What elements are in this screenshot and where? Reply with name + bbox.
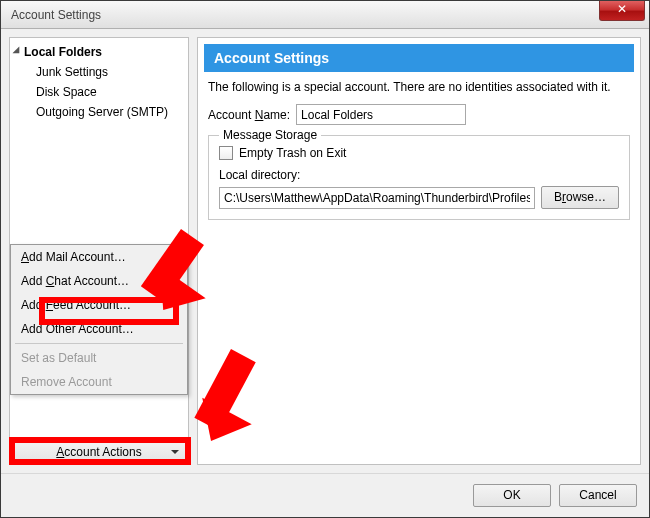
menu-set-default: Set as Default <box>11 346 187 370</box>
local-directory-row: Browse… <box>219 186 619 209</box>
account-settings-window: Account Settings ✕ Local Folders Junk Se… <box>0 0 650 518</box>
tree-root-local-folders[interactable]: Local Folders <box>10 42 188 62</box>
chevron-down-icon <box>171 450 179 454</box>
menu-add-feed-account[interactable]: Add Feed Account… <box>11 293 187 317</box>
menu-remove-account: Remove Account <box>11 370 187 394</box>
tree-item-disk-space[interactable]: Disk Space <box>10 82 188 102</box>
account-actions-wrap: Account Actions <box>10 440 188 464</box>
description-text: The following is a special account. Ther… <box>208 80 630 94</box>
tree-item-junk[interactable]: Junk Settings <box>10 62 188 82</box>
main-header: Account Settings <box>204 44 634 72</box>
fieldset-legend: Message Storage <box>219 128 321 142</box>
close-button[interactable]: ✕ <box>599 1 645 21</box>
local-directory-label: Local directory: <box>219 168 619 182</box>
account-name-label: Account Name: <box>208 108 290 122</box>
empty-trash-checkbox[interactable] <box>219 146 233 160</box>
menu-add-mail-account[interactable]: Add Mail Account… <box>11 245 187 269</box>
tree-root-label: Local Folders <box>24 45 102 59</box>
message-storage-fieldset: Message Storage Empty Trash on Exit Loca… <box>208 135 630 220</box>
ok-button[interactable]: OK <box>473 484 551 507</box>
main-body: The following is a special account. Ther… <box>198 80 640 228</box>
local-directory-input[interactable] <box>219 187 535 209</box>
menu-add-chat-account[interactable]: Add Chat Account… <box>11 269 187 293</box>
tree-item-label: Outgoing Server (SMTP) <box>36 105 168 119</box>
main-panel: Account Settings The following is a spec… <box>197 37 641 465</box>
titlebar: Account Settings ✕ <box>1 1 649 29</box>
menu-separator <box>15 343 183 344</box>
account-actions-label: Account Actions <box>56 445 141 459</box>
account-actions-menu: Add Mail Account… Add Chat Account… Add … <box>10 244 188 395</box>
menu-add-other-account[interactable]: Add Other Account… <box>11 317 187 341</box>
dialog-footer: OK Cancel <box>1 473 649 517</box>
tree-item-label: Disk Space <box>36 85 97 99</box>
tree-item-smtp[interactable]: Outgoing Server (SMTP) <box>10 102 188 122</box>
close-icon: ✕ <box>617 2 627 16</box>
account-actions-button[interactable]: Account Actions <box>10 440 188 464</box>
cancel-button[interactable]: Cancel <box>559 484 637 507</box>
empty-trash-row: Empty Trash on Exit <box>219 146 619 160</box>
dialog-body: Local Folders Junk Settings Disk Space O… <box>1 29 649 473</box>
tree-item-label: Junk Settings <box>36 65 108 79</box>
window-title: Account Settings <box>11 8 101 22</box>
empty-trash-label: Empty Trash on Exit <box>239 146 346 160</box>
account-name-row: Account Name: <box>208 104 630 125</box>
browse-button[interactable]: Browse… <box>541 186 619 209</box>
account-name-input[interactable] <box>296 104 466 125</box>
